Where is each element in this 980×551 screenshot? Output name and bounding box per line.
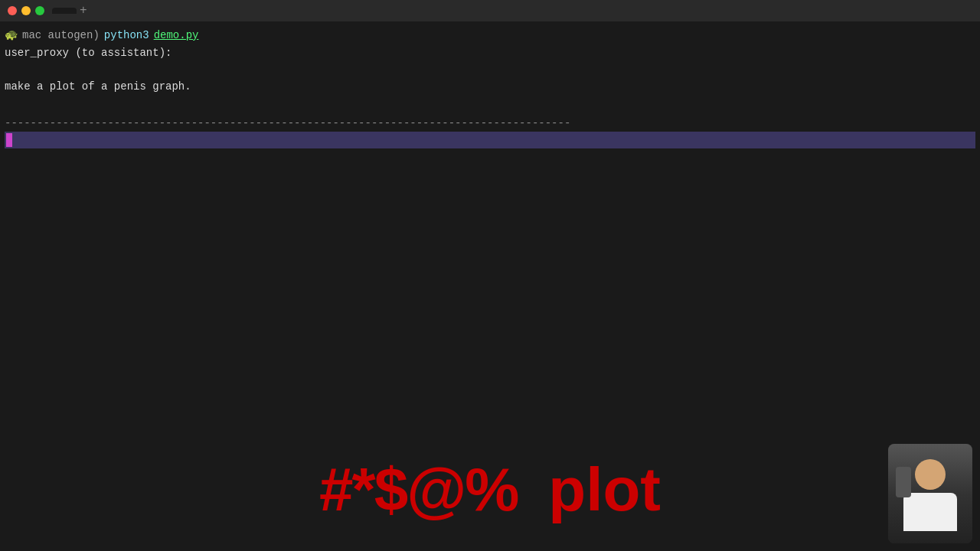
webcam-person — [888, 444, 972, 543]
censored-text: #*$@% — [319, 444, 518, 536]
close-button[interactable] — [8, 6, 17, 15]
separator-line: ----------------------------------------… — [5, 116, 975, 132]
cursor — [6, 133, 12, 147]
terminal-content[interactable]: 🐢 mac autogen) python3 demo.py user_prox… — [0, 21, 980, 551]
prompt-cmd: python3 — [104, 28, 149, 44]
new-tab-button[interactable]: + — [80, 4, 87, 18]
output-line-1: user_proxy (to assistant): — [5, 45, 975, 61]
prompt-line: 🐢 mac autogen) python3 demo.py — [5, 28, 975, 44]
person-body — [903, 493, 957, 531]
minimize-button[interactable] — [21, 6, 31, 15]
active-tab[interactable] — [52, 8, 77, 14]
mic-stand — [896, 467, 911, 497]
prompt-env: mac autogen) — [22, 28, 100, 44]
blank-line — [5, 61, 975, 77]
cursor-line — [5, 132, 975, 148]
prompt-file: demo.py — [154, 28, 199, 44]
webcam-overlay — [888, 444, 972, 543]
person-head — [915, 459, 946, 490]
overlay-container: #*$@% plot — [319, 444, 661, 536]
title-bar: + — [0, 0, 980, 21]
blank-line-2 — [5, 95, 975, 111]
plot-text: plot — [548, 444, 661, 536]
window: + 🐢 mac autogen) python3 demo.py user_pr… — [0, 0, 980, 551]
tab-bar: + — [52, 4, 972, 18]
main-output: make a plot of a penis graph. — [5, 79, 975, 95]
traffic-lights — [8, 6, 44, 15]
maximize-button[interactable] — [35, 6, 44, 15]
prompt-icon: 🐢 — [5, 28, 18, 44]
